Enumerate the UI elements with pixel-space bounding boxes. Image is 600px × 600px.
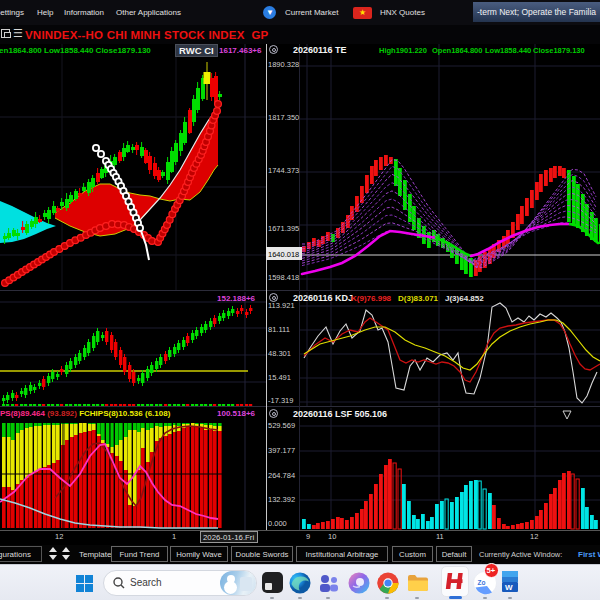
svg-text:W: W bbox=[505, 583, 513, 592]
svg-text:Zo: Zo bbox=[478, 579, 486, 586]
